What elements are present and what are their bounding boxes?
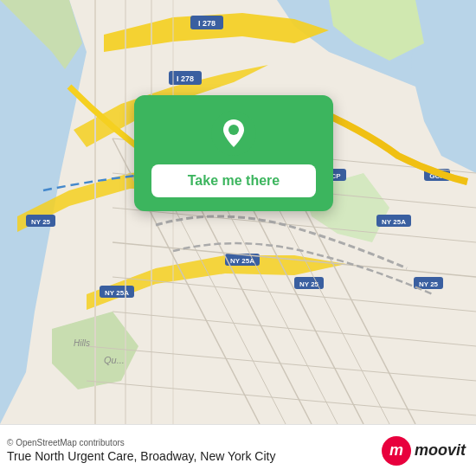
svg-text:I 278: I 278 [177,74,194,83]
svg-text:Qu...: Qu... [104,355,125,365]
svg-text:NY 25A: NY 25A [382,218,406,226]
svg-text:NY 25: NY 25 [31,218,51,226]
map-container: I 278 I 278 NY 25 NY 25A NY 25A NY 25 GC… [0,0,476,424]
svg-text:NY 25: NY 25 [419,280,439,288]
location-name: True North Urgent Care, Broadway, New Yo… [7,449,382,463]
moovit-m-icon: m [382,436,411,466]
osm-credit: © OpenStreetMap contributors [7,438,382,447]
location-pin-icon [211,111,256,156]
moovit-logo: m moovit [382,436,466,466]
svg-text:I 278: I 278 [198,19,215,28]
location-info: © OpenStreetMap contributors True North … [7,438,382,463]
svg-text:NY 25A: NY 25A [230,257,254,265]
navigation-card: Take me there [134,95,333,211]
bottom-bar: © OpenStreetMap contributors True North … [0,424,476,476]
moovit-text: moovit [415,441,466,460]
svg-point-43 [228,125,239,135]
svg-text:Hills: Hills [74,338,90,348]
take-me-there-button[interactable]: Take me there [151,164,316,197]
